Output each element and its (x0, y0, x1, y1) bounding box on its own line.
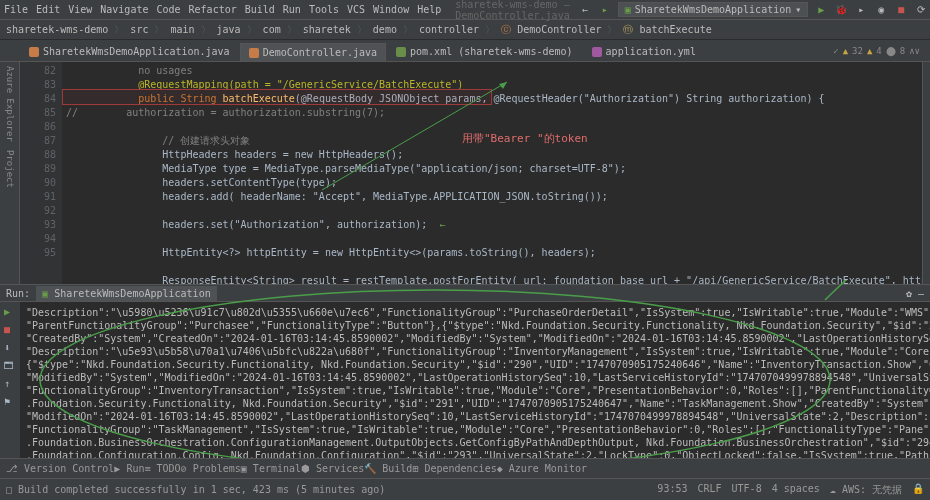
menu-vcs[interactable]: VCS (347, 4, 365, 15)
menu-run[interactable]: Run (283, 4, 301, 15)
tw-todo[interactable]: ≡ TODO (144, 463, 180, 474)
indent[interactable]: 4 spaces (772, 483, 820, 497)
debug-icon[interactable]: 🐞 (834, 3, 848, 17)
menu-tools[interactable]: Tools (309, 4, 339, 15)
back-icon[interactable]: ← (578, 3, 592, 17)
line-gutter: 8283848586878889909192939495 (20, 62, 62, 284)
tw-build[interactable]: 🔨 Build (364, 463, 412, 474)
tab-yml[interactable]: application.yml (583, 42, 705, 61)
caret-position[interactable]: 93:53 (657, 483, 687, 497)
console-output[interactable]: "Description":"\u5980\u5236\u91c7\u802d\… (20, 302, 930, 478)
menu-window[interactable]: Window (373, 4, 409, 15)
profile-icon[interactable]: ◉ (874, 3, 888, 17)
left-tool-strip[interactable]: Azure Explorer Project (0, 62, 20, 284)
run-settings-icon[interactable]: ✿ — (906, 288, 924, 299)
project-tab[interactable]: Project (5, 150, 15, 188)
stop-icon[interactable]: ■ (894, 3, 908, 17)
tab-app[interactable]: SharetekWmsDemoApplication.java (20, 42, 239, 61)
tw-run[interactable]: ▶ Run (114, 463, 144, 474)
rerun-icon[interactable]: ▶ (4, 306, 16, 318)
run-panel-title: Run: (6, 288, 30, 299)
line-sep[interactable]: CRLF (697, 483, 721, 497)
lock-icon[interactable]: 🔒 (912, 483, 924, 497)
tw-services[interactable]: ⬢ Services (301, 463, 364, 474)
highlight-box (62, 89, 492, 105)
tw-azure[interactable]: ◆ Azure Monitor (497, 463, 587, 474)
coverage-icon[interactable]: ▸ (854, 3, 868, 17)
menu-edit[interactable]: Edit (36, 4, 60, 15)
menu-help[interactable]: Help (417, 4, 441, 15)
menu-refactor[interactable]: Refactor (189, 4, 237, 15)
up-icon[interactable]: ↑ (4, 378, 16, 390)
build-status: □ Build completed successfully in 1 sec,… (6, 484, 385, 495)
menu-navigate[interactable]: Navigate (100, 4, 148, 15)
breadcrumb: sharetek-wms-demo〉 src〉 main〉 java〉 com〉… (0, 20, 930, 40)
tw-version-control[interactable]: ⎇ Version Control (6, 463, 114, 474)
run-icon[interactable]: ▶ (814, 3, 828, 17)
aws-status[interactable]: ☁ AWS: 无凭据 (830, 483, 902, 497)
run-toolbar: ▶ ■ ⬇ 🗔 ↑ ⚑ (0, 302, 20, 478)
azure-explorer-tab[interactable]: Azure Explorer (5, 66, 15, 142)
inspection-widget[interactable]: ✓ ▲32 ▲4 ⬤8 ∧∨ (833, 46, 920, 56)
menu-code[interactable]: Code (156, 4, 180, 15)
git-update-icon[interactable]: ⟳ (914, 3, 928, 17)
tab-controller[interactable]: DemoController.java (240, 43, 386, 61)
hammer-icon[interactable]: ▸ (598, 3, 612, 17)
stop-run-icon[interactable]: ■ (4, 324, 16, 336)
code-editor[interactable]: no usages @RequestMapping(path = "/Gener… (62, 62, 922, 284)
menu-build[interactable]: Build (245, 4, 275, 15)
filter-icon[interactable]: ⚑ (4, 396, 16, 408)
tw-terminal[interactable]: ▣ Terminal (241, 463, 301, 474)
error-stripe[interactable] (922, 62, 930, 284)
tw-problems[interactable]: ⊘ Problems (181, 463, 241, 474)
run-config-select[interactable]: ▣SharetekWmsDemoApplication▾ (618, 2, 809, 17)
attach-icon[interactable]: ⬇ (4, 342, 16, 354)
tw-dependencies[interactable]: ⊞ Dependencies (412, 463, 496, 474)
window-title: sharetek-wms-demo – DemoController.java (455, 0, 569, 21)
run-tab[interactable]: ▣ SharetekWmsDemoApplication (36, 286, 217, 301)
layout-icon[interactable]: 🗔 (4, 360, 16, 372)
encoding[interactable]: UTF-8 (732, 483, 762, 497)
menu-view[interactable]: View (68, 4, 92, 15)
menu-file[interactable]: File (4, 4, 28, 15)
tab-pom[interactable]: pom.xml (sharetek-wms-demo) (387, 42, 582, 61)
annotation-text: 用带"Bearer "的token (462, 132, 588, 146)
